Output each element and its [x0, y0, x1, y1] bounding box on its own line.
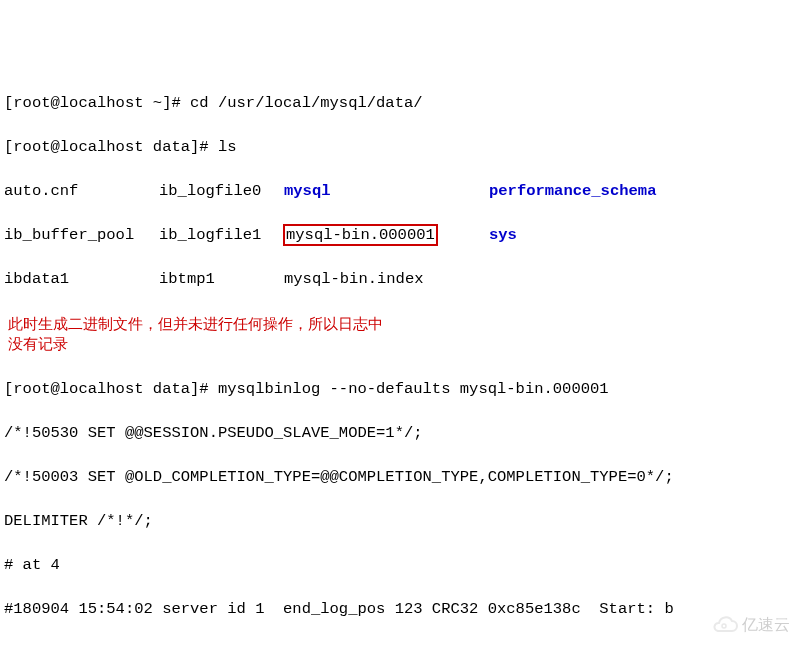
- ls-file: ibtmp1: [159, 268, 284, 290]
- ls-file: ib_logfile1: [159, 224, 284, 246]
- cmd-line-2: [root@localhost data]# ls: [4, 136, 798, 158]
- prompt: [root@localhost data]#: [4, 380, 218, 398]
- ls-row-3: ibdata1ibtmp1mysql-bin.index: [4, 268, 798, 290]
- watermark: 亿速云: [710, 614, 790, 636]
- command-text: mysqlbinlog --no-defaults mysql-bin.0000…: [218, 380, 609, 398]
- ls-file: ibdata1: [4, 268, 159, 290]
- cmd-line-3: [root@localhost data]# mysqlbinlog --no-…: [4, 378, 798, 400]
- cmd-line-1: [root@localhost ~]# cd /usr/local/mysql/…: [4, 92, 798, 114]
- prompt: [root@localhost data]#: [4, 138, 218, 156]
- ls-row-1: auto.cnfib_logfile0mysqlperformance_sche…: [4, 180, 798, 202]
- ls-dir: performance_schema: [489, 182, 656, 200]
- command-text: ls: [218, 138, 237, 156]
- output-line: /*!50003 SET @OLD_COMPLETION_TYPE=@@COMP…: [4, 466, 798, 488]
- command-text: cd /usr/local/mysql/data/: [190, 94, 423, 112]
- highlighted-file: mysql-bin.000001: [283, 224, 438, 246]
- ls-file: ib_logfile0: [159, 180, 284, 202]
- ls-file: ib_buffer_pool: [4, 224, 159, 246]
- output-line: inlog v 4, server v 5.7.17-log created 1…: [4, 642, 798, 646]
- output-line: DELIMITER /*!*/;: [4, 510, 798, 532]
- output-line: #180904 15:54:02 server id 1 end_log_pos…: [4, 598, 798, 620]
- annotation-note: 此时生成二进制文件，但并未进行任何操作，所以日志中没有记录: [4, 312, 392, 356]
- ls-file: auto.cnf: [4, 180, 159, 202]
- cloud-icon: [710, 616, 738, 634]
- output-line: /*!50530 SET @@SESSION.PSEUDO_SLAVE_MODE…: [4, 422, 798, 444]
- ls-row-2: ib_buffer_poolib_logfile1mysql-bin.00000…: [4, 224, 798, 246]
- output-line: # at 4: [4, 554, 798, 576]
- ls-dir: sys: [489, 226, 517, 244]
- watermark-text: 亿速云: [742, 614, 790, 636]
- ls-dir: mysql: [284, 180, 489, 202]
- svg-point-0: [722, 624, 726, 628]
- ls-file: mysql-bin.index: [284, 270, 424, 288]
- prompt: [root@localhost ~]#: [4, 94, 190, 112]
